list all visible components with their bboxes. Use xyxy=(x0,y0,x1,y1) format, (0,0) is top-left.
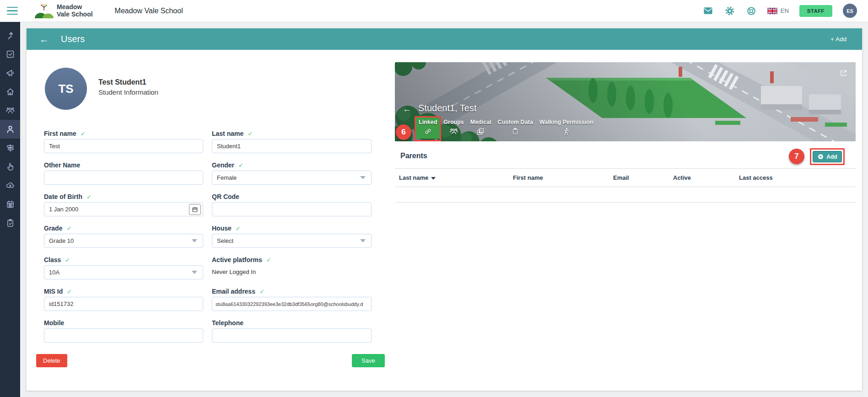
tab-custom-data[interactable]: Custom Data xyxy=(495,117,536,139)
column-active[interactable]: Active xyxy=(673,174,691,181)
tab-linked[interactable]: Linked xyxy=(415,117,440,139)
field-mis-id: MIS Id xyxy=(44,287,203,311)
tab-walking-permission[interactable]: Walking Permission xyxy=(536,117,597,139)
language-selector[interactable]: EN xyxy=(767,7,789,14)
plus-circle-icon xyxy=(817,153,824,160)
annotation-box-add-button: Add xyxy=(810,148,845,165)
walking-person-icon xyxy=(562,127,571,136)
field-label: MIS Id xyxy=(44,288,63,295)
logo-text-line1: Meadow xyxy=(57,4,93,11)
settings-gear-icon[interactable] xyxy=(724,5,735,16)
last-name-input[interactable] xyxy=(212,139,372,153)
verified-check-icon xyxy=(238,162,243,169)
sidebar-item-home[interactable] xyxy=(0,82,20,101)
sidebar-item-tasks-checkbox[interactable] xyxy=(0,45,20,64)
column-last-access[interactable]: Last access xyxy=(739,174,773,181)
other-name-input[interactable] xyxy=(44,171,203,185)
email-input[interactable] xyxy=(212,297,372,311)
delete-button[interactable]: Delete xyxy=(36,354,67,367)
toolbar-add-button[interactable]: + Add xyxy=(830,36,846,43)
mis-id-input[interactable] xyxy=(44,297,203,311)
field-label: Date of Birth xyxy=(44,193,82,200)
tab-label: Linked xyxy=(419,119,437,125)
back-arrow-icon[interactable] xyxy=(39,34,49,44)
verified-check-icon xyxy=(67,288,72,295)
app-header: Meadow Vale School Meadow Vale School xyxy=(0,0,868,22)
tab-label: Custom Data xyxy=(498,119,533,125)
sidebar-item-signpost-directions[interactable] xyxy=(0,139,20,157)
external-link-icon[interactable] xyxy=(840,69,847,77)
uk-flag-icon xyxy=(767,8,777,14)
column-email[interactable]: Email xyxy=(613,174,629,181)
sidebar-item-groups-people[interactable] xyxy=(0,101,20,120)
verified-check-icon xyxy=(81,130,86,137)
student-subtitle: Student Information xyxy=(98,88,158,96)
field-label: Last name xyxy=(212,130,243,137)
panel-student-name: Student1, Test xyxy=(418,103,477,113)
grade-select[interactable]: Grade 10 xyxy=(44,234,203,248)
field-label: Grade xyxy=(44,225,62,232)
parents-table: Last name First name Email Active Last a… xyxy=(395,168,856,203)
tab-groups[interactable]: Groups xyxy=(440,117,467,139)
field-grade: Grade Grade 10 xyxy=(44,224,203,248)
student-form: First name Last name Other Name Gender F… xyxy=(44,129,389,343)
chevron-down-icon xyxy=(192,239,197,242)
language-label: EN xyxy=(781,7,789,14)
calendar-picker-icon[interactable] xyxy=(189,204,201,215)
people-group-icon xyxy=(449,127,458,136)
column-last-name[interactable]: Last name xyxy=(399,174,436,181)
field-date-of-birth: Date of Birth 1 Jan 2000 xyxy=(44,193,203,216)
verified-check-icon xyxy=(236,225,241,232)
field-label: Class xyxy=(44,256,61,263)
column-label: First name xyxy=(513,174,543,181)
tab-medical[interactable]: Medical xyxy=(467,117,495,139)
sort-desc-icon xyxy=(431,177,436,180)
sidebar-item-up-arrow[interactable] xyxy=(0,26,20,45)
verified-check-icon xyxy=(266,257,271,263)
gender-select[interactable]: Female xyxy=(212,171,372,185)
staff-button[interactable]: STAFF xyxy=(799,5,832,17)
date-of-birth-input[interactable]: 1 Jan 2000 xyxy=(44,202,203,216)
verified-check-icon xyxy=(259,288,264,295)
logo-hills-icon xyxy=(34,3,54,19)
column-first-name[interactable]: First name xyxy=(513,174,543,181)
field-label: Email address xyxy=(212,288,255,295)
column-label: Last name xyxy=(399,174,428,181)
chevron-down-icon xyxy=(192,271,197,274)
mobile-input[interactable] xyxy=(44,328,203,343)
page-title: Meadow Vale School xyxy=(115,7,183,15)
field-first-name: First name xyxy=(44,129,203,153)
save-button[interactable]: Save xyxy=(352,354,385,367)
telephone-input[interactable] xyxy=(212,328,372,343)
qr-code-input[interactable] xyxy=(212,202,372,216)
first-name-input[interactable] xyxy=(44,139,203,153)
field-email: Email address xyxy=(212,287,372,311)
medical-copy-plus-icon xyxy=(476,127,485,136)
field-label: House xyxy=(212,225,232,232)
field-telephone: Telephone xyxy=(212,319,372,343)
panel-back-arrow-icon[interactable] xyxy=(403,104,411,114)
select-value: Grade 10 xyxy=(49,237,74,244)
messages-envelope-icon[interactable] xyxy=(703,5,714,16)
sidebar-item-user-person[interactable] xyxy=(0,120,20,139)
house-select[interactable]: Select xyxy=(212,234,372,248)
sidebar-item-hand-pointer[interactable] xyxy=(0,157,20,176)
class-select[interactable]: 10A xyxy=(44,265,203,279)
main-card: Users + Add TS Test Student1 Student Inf… xyxy=(27,28,862,391)
add-parent-button[interactable]: Add xyxy=(813,151,841,162)
column-label: Last access xyxy=(739,174,773,181)
tab-label: Medical xyxy=(470,119,491,125)
hamburger-menu-icon[interactable] xyxy=(7,7,18,15)
sidebar-item-clipboard-check[interactable] xyxy=(0,214,20,232)
sidebar-item-cloud-download[interactable] xyxy=(0,176,20,195)
sidebar-item-announcements-megaphone[interactable] xyxy=(0,64,20,82)
sidebar-item-calendar[interactable] xyxy=(0,195,20,214)
user-avatar[interactable]: ES xyxy=(843,4,857,18)
field-label: Gender xyxy=(212,161,234,169)
student-panel-hero: Student1, Test Linked Groups Medical xyxy=(395,62,856,141)
field-mobile: Mobile xyxy=(44,319,203,343)
verified-check-icon xyxy=(248,130,253,137)
help-lifering-icon[interactable] xyxy=(746,5,757,16)
field-house: House Select xyxy=(212,224,372,248)
field-class: Class 10A xyxy=(44,256,203,279)
